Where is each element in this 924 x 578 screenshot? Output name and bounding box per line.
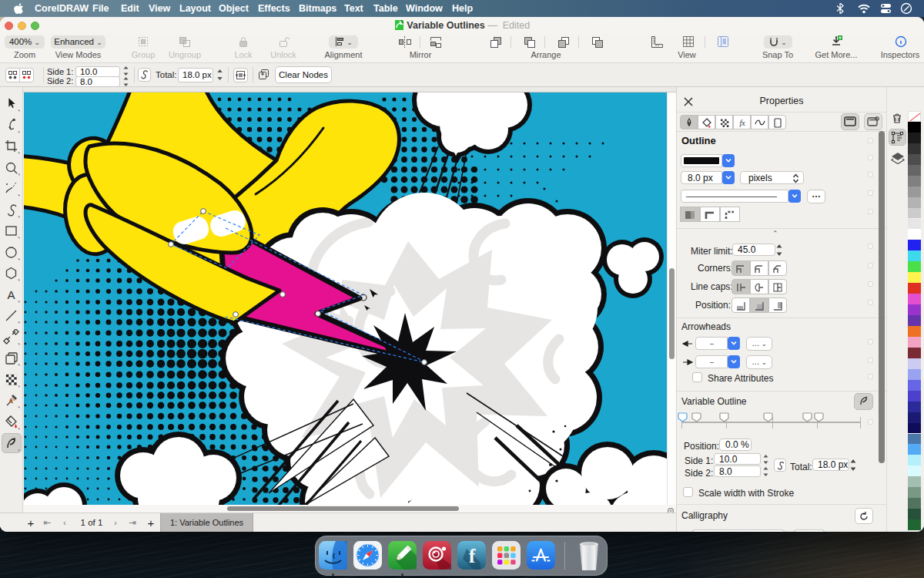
- svg-text:f: f: [469, 545, 476, 567]
- svg-text:A: A: [7, 288, 15, 301]
- svg-text:fx: fx: [739, 119, 745, 127]
